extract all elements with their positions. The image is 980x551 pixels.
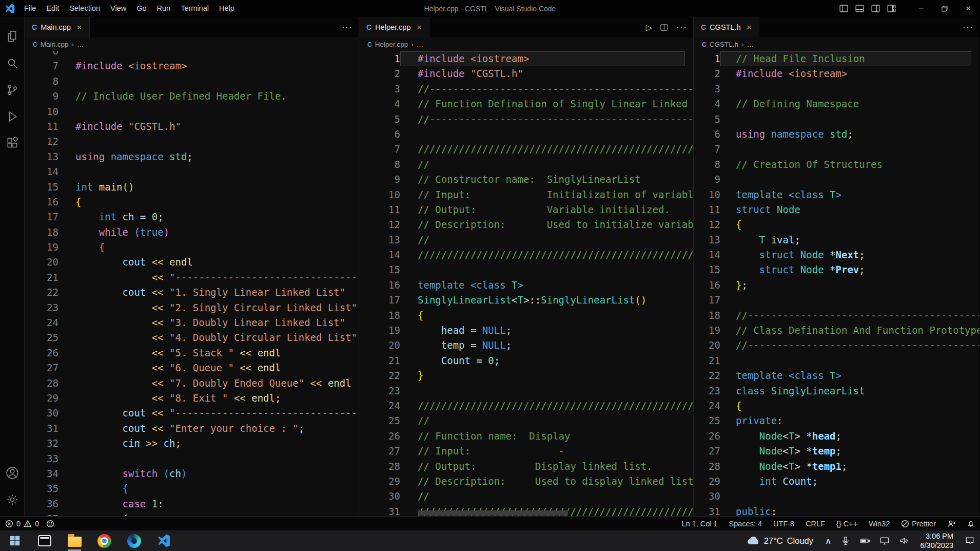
more-actions-icon[interactable]: ···: [963, 22, 973, 33]
code-editor-main[interactable]: 67#include <iostream>89// Include User D…: [25, 51, 359, 516]
problems-indicator[interactable]: 0 0: [5, 520, 39, 528]
code-line[interactable]: 6: [25, 51, 359, 59]
tab-close-icon[interactable]: ✕: [744, 23, 754, 32]
code-line[interactable]: 30//: [359, 489, 693, 504]
code-line[interactable]: 7: [694, 142, 979, 157]
indentation-setting[interactable]: Spaces: 4: [729, 520, 762, 528]
code-line[interactable]: 10: [25, 104, 359, 119]
code-line[interactable]: 25private:: [694, 413, 979, 428]
code-line[interactable]: 24{: [694, 398, 979, 413]
code-line[interactable]: 8: [25, 74, 359, 89]
network-display-icon[interactable]: [875, 530, 894, 551]
code-line[interactable]: 2#include "CGSTL.h": [359, 66, 693, 81]
code-line[interactable]: 28// Output: Display linked list.: [359, 459, 693, 474]
code-line[interactable]: 14 struct Node *Next;: [694, 248, 979, 262]
code-line[interactable]: 22 cout << "1. Singly Linear Linked List…: [25, 285, 359, 300]
code-line[interactable]: 22template <class T>: [694, 368, 979, 383]
code-line[interactable]: 19 head = NULL;: [359, 323, 693, 338]
hidden-icons-chevron[interactable]: ∧: [820, 530, 836, 551]
code-line[interactable]: 8// Creation Of Structures: [694, 157, 979, 172]
code-line[interactable]: 9: [694, 172, 979, 187]
code-line[interactable]: 15 struct Node *Prev;: [694, 262, 979, 277]
close-button[interactable]: ✕: [956, 0, 980, 17]
code-line[interactable]: 6using namespace std;: [694, 127, 979, 142]
code-line[interactable]: 11struct Node: [694, 202, 979, 217]
toggle-sidebar-icon[interactable]: [839, 4, 848, 13]
code-line[interactable]: 16};: [694, 278, 979, 293]
code-line[interactable]: 3: [694, 82, 979, 97]
run-debug-icon[interactable]: [0, 103, 25, 130]
code-line[interactable]: 11// Output: Variable initialized.: [359, 202, 693, 217]
code-line[interactable]: 5//-------------------------------------…: [359, 112, 693, 127]
start-button[interactable]: [0, 530, 30, 551]
menu-terminal[interactable]: Terminal: [175, 0, 214, 17]
feedback-person-icon[interactable]: [947, 520, 955, 528]
microphone-icon[interactable]: [836, 530, 855, 551]
code-line[interactable]: 22}: [359, 368, 693, 383]
code-line[interactable]: 7#include <iostream>: [25, 59, 359, 73]
code-line[interactable]: 26// Function name: Display: [359, 429, 693, 444]
code-line[interactable]: 7///////////////////////////////////////…: [359, 142, 693, 157]
vscode-taskbar-icon[interactable]: [149, 530, 179, 551]
code-line[interactable]: 9// Include User Defined Header File.: [25, 89, 359, 104]
code-line[interactable]: 35 {: [25, 481, 359, 496]
source-control-icon[interactable]: [0, 77, 25, 103]
code-line[interactable]: 1#include <iostream>: [359, 51, 693, 66]
restore-button[interactable]: [933, 0, 956, 17]
cursor-position[interactable]: Ln 1, Col 1: [681, 520, 717, 528]
code-line[interactable]: 30: [694, 489, 979, 504]
code-line[interactable]: 16template <class T>: [359, 278, 693, 293]
code-line[interactable]: 21 Count = 0;: [359, 353, 693, 368]
customize-layout-icon[interactable]: [887, 4, 896, 13]
code-line[interactable]: 29 << "8. Exit " << endl;: [25, 391, 359, 406]
code-line[interactable]: 10// Input: Initialization of variables: [359, 187, 693, 202]
code-line[interactable]: 12// Description: Used to initialize var…: [359, 217, 693, 232]
extensions-icon[interactable]: [0, 130, 25, 157]
clock-widget[interactable]: 3:06 PM 6/30/2023: [914, 531, 959, 550]
code-line[interactable]: 2#include <iostream>: [694, 66, 979, 81]
tab-helper-cpp[interactable]: C Helper.cpp ✕: [359, 17, 429, 37]
breadcrumb-file[interactable]: Helper.cpp: [375, 41, 408, 48]
eol-setting[interactable]: CRLF: [806, 520, 825, 528]
action-center-icon[interactable]: [959, 530, 980, 551]
code-line[interactable]: 29 int Count;: [694, 474, 979, 489]
menu-selection[interactable]: Selection: [64, 0, 105, 17]
notifications-bell-icon[interactable]: [967, 520, 975, 528]
code-line[interactable]: 37 {: [25, 511, 359, 516]
code-line[interactable]: 11#include "CGSTL.h": [25, 119, 359, 134]
code-line[interactable]: 10template <class T>: [694, 187, 979, 202]
code-line[interactable]: 14: [25, 164, 359, 179]
menu-edit[interactable]: Edit: [41, 0, 64, 17]
code-line[interactable]: 25 << "4. Doubly Circular Linked List": [25, 330, 359, 345]
volume-icon[interactable]: [894, 530, 914, 551]
code-line[interactable]: 30 cout << "----------------------------…: [25, 406, 359, 421]
edge-icon[interactable]: [119, 530, 149, 551]
code-line[interactable]: 18//------------------------------------…: [694, 308, 979, 323]
code-line[interactable]: 31public:: [694, 504, 979, 516]
code-line[interactable]: 17SinglyLinearList<T>::SinglyLinearList(…: [359, 293, 693, 308]
horizontal-scrollbar[interactable]: [418, 510, 568, 516]
code-line[interactable]: 23: [359, 384, 693, 398]
menu-run[interactable]: Run: [152, 0, 176, 17]
code-line[interactable]: 21: [694, 353, 979, 368]
minimize-button[interactable]: ─: [909, 0, 933, 17]
code-line[interactable]: 24//////////////////////////////////////…: [359, 398, 693, 413]
code-line[interactable]: 20 cout << endl: [25, 255, 359, 270]
tab-cgstl-h[interactable]: C CGSTL.h ✕: [694, 17, 759, 37]
language-mode[interactable]: {} C++: [836, 520, 857, 528]
menu-go[interactable]: Go: [131, 0, 151, 17]
more-actions-icon[interactable]: ···: [342, 22, 352, 33]
code-line[interactable]: 23class SinglyLinearList: [694, 384, 979, 398]
menu-view[interactable]: View: [105, 0, 131, 17]
breadcrumb-main[interactable]: C Main.cpp › …: [25, 37, 359, 51]
encoding-setting[interactable]: UTF-8: [773, 520, 794, 528]
explorer-icon[interactable]: [0, 23, 25, 50]
code-line[interactable]: 15int main(): [25, 180, 359, 195]
code-line[interactable]: 14//////////////////////////////////////…: [359, 248, 693, 262]
breadcrumb-helper[interactable]: C Helper.cpp › …: [359, 37, 693, 51]
formatter-indicator[interactable]: Prettier: [901, 520, 936, 528]
code-line[interactable]: 28 Node<T> *temp1;: [694, 459, 979, 474]
code-editor-helper[interactable]: 1#include <iostream>2#include "CGSTL.h"3…: [359, 51, 693, 516]
menu-file[interactable]: File: [19, 0, 41, 17]
code-line[interactable]: 8//: [359, 157, 693, 172]
